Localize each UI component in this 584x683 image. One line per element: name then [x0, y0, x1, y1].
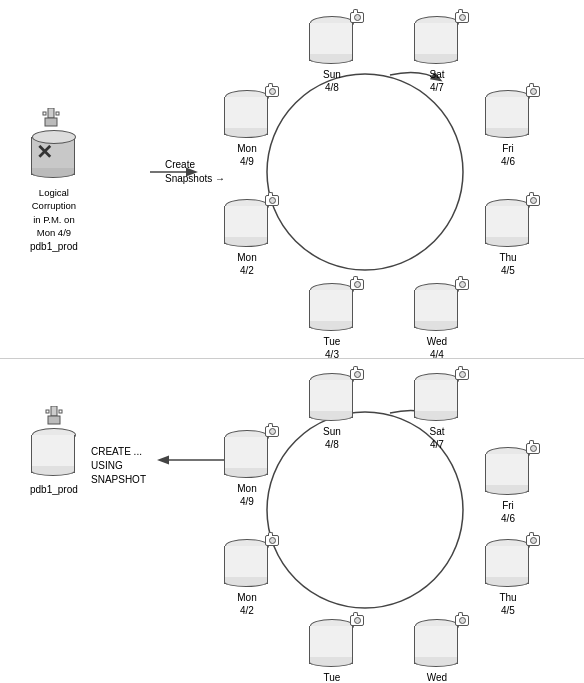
db-name-2: pdb1_prod [30, 484, 78, 495]
label-mon49-top: Mon4/9 [237, 142, 256, 168]
svg-rect-9 [48, 416, 60, 424]
label-mon42-top: Mon4/2 [237, 251, 256, 277]
svg-rect-7 [56, 112, 59, 115]
node-wed44-top: Wed4/4 [415, 283, 459, 361]
divider [0, 358, 584, 359]
svg-rect-11 [59, 410, 62, 413]
usb-icon [42, 108, 60, 130]
node-sun48-bot: Sun4/8 [310, 373, 354, 451]
node-fri46-bot: Fri4/6 [486, 447, 530, 525]
label-wed44-bot: Wed4/4 [427, 671, 447, 683]
create-using-snapshot-label: CREATE ...USINGSNAPSHOT [91, 445, 146, 487]
node-sat47-top: Sat4/7 [415, 16, 459, 94]
svg-rect-5 [45, 118, 57, 126]
svg-rect-4 [48, 108, 54, 118]
svg-point-0 [267, 74, 463, 270]
node-thu45-bot: Thu4/5 [486, 539, 530, 617]
label-fri46-top: Fri4/6 [501, 142, 515, 168]
label-sat47-top: Sat4/7 [429, 68, 444, 94]
node-thu45-top: Thu4/5 [486, 199, 530, 277]
node-mon49-top: Mon4/9 [225, 90, 269, 168]
node-mon42-top: Mon4/2 [225, 199, 269, 277]
label-mon49-bot: Mon4/9 [237, 482, 256, 508]
label-tue43-bot: Tue4/3 [324, 671, 341, 683]
label-sat47-bot: Sat4/7 [429, 425, 444, 451]
create-snapshots-label: CreateSnapshots → [165, 158, 225, 186]
label-mon42-bot: Mon4/2 [237, 591, 256, 617]
svg-rect-8 [51, 406, 57, 416]
node-mon49-bot: Mon4/9 [225, 430, 269, 508]
node-sun48-top: Sun4/8 [310, 16, 354, 94]
target-db: pdb1_prod [30, 428, 78, 495]
main-diagram: ✕ LogicalCorruptionin P.M. onMon 4/9 pdb… [0, 0, 584, 683]
node-tue43-top: Tue4/3 [310, 283, 354, 361]
db-name-1: pdb1_prod [30, 241, 78, 252]
svg-rect-6 [43, 112, 46, 115]
node-wed44-bot: Wed4/4 [415, 619, 459, 683]
label-sun48-bot: Sun4/8 [323, 425, 341, 451]
label-fri46-bot: Fri4/6 [501, 499, 515, 525]
svg-rect-10 [46, 410, 49, 413]
label-sun48-top: Sun4/8 [323, 68, 341, 94]
corruption-label: LogicalCorruptionin P.M. onMon 4/9 [32, 186, 76, 239]
corrupted-db: ✕ LogicalCorruptionin P.M. onMon 4/9 pdb… [30, 130, 78, 252]
node-tue43-bot: Tue4/3 [310, 619, 354, 683]
label-thu45-top: Thu4/5 [499, 251, 516, 277]
node-sat47-bot: Sat4/7 [415, 373, 459, 451]
node-fri46-top: Fri4/6 [486, 90, 530, 168]
label-thu45-bot: Thu4/5 [499, 591, 516, 617]
usb-icon-2 [45, 406, 63, 428]
node-mon42-bot: Mon4/2 [225, 539, 269, 617]
